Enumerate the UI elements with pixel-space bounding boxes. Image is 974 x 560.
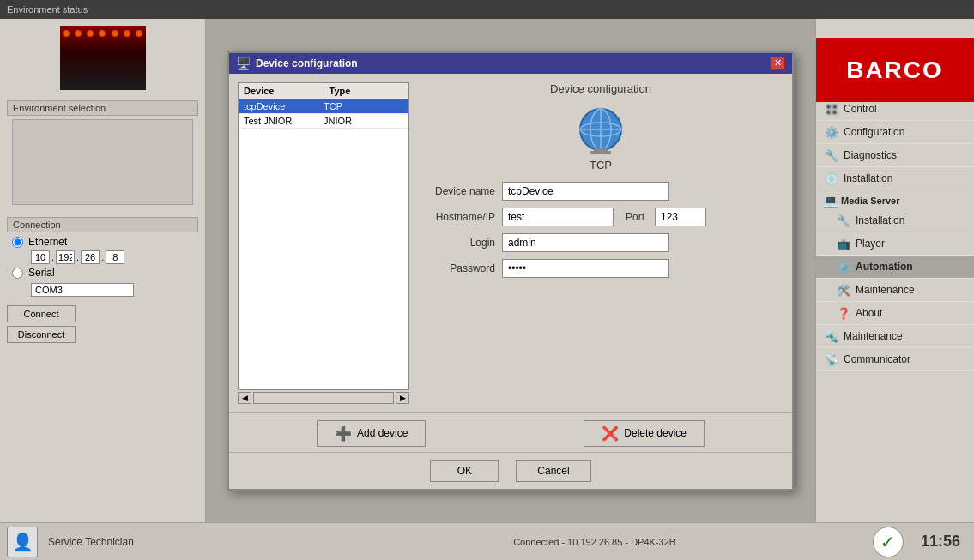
stage-lights bbox=[60, 30, 146, 37]
env-status-section bbox=[0, 19, 205, 97]
device-configuration-dialog: 🖥️ Device configuration ✕ Device Type tc… bbox=[227, 51, 794, 491]
sidebar-item-ms-about[interactable]: ❓ About bbox=[816, 302, 974, 325]
ethernet-label: Ethernet bbox=[28, 236, 67, 248]
hostname-row: Hostname/IP Port bbox=[418, 208, 783, 226]
add-icon: ➕ bbox=[335, 425, 352, 442]
device-row-tcp[interactable]: tcpDevice TCP bbox=[239, 99, 408, 114]
ms-installation-label: Installation bbox=[856, 214, 904, 226]
dialog-close-button[interactable]: ✕ bbox=[770, 57, 785, 70]
device-name-jnior: Test JNIOR bbox=[244, 116, 324, 126]
installation-icon: 💿 bbox=[825, 172, 838, 185]
dialog-icon: 🖥️ bbox=[236, 57, 251, 70]
ip-octet-1[interactable] bbox=[31, 250, 50, 264]
ip-dot-3: . bbox=[101, 252, 104, 262]
ip-dot-2: . bbox=[76, 252, 79, 262]
ethernet-radio[interactable] bbox=[12, 237, 23, 248]
sidebar-item-diagnostics[interactable]: 🔧 Diagnostics bbox=[816, 144, 974, 167]
cancel-button[interactable]: Cancel bbox=[516, 460, 590, 482]
dialog-titlebar: 🖥️ Device configuration ✕ bbox=[229, 53, 792, 74]
sidebar-item-communicator[interactable]: 📡 Communicator bbox=[816, 348, 974, 371]
env-selection-list[interactable] bbox=[12, 119, 193, 205]
ms-player-label: Player bbox=[856, 238, 885, 250]
device-name-row: Device name bbox=[418, 182, 783, 201]
disconnect-button[interactable]: Disconnect bbox=[7, 326, 76, 343]
ms-maintenance-icon: 🛠️ bbox=[837, 283, 850, 297]
sidebar-item-maintenance[interactable]: 🔩 Maintenance bbox=[816, 325, 974, 348]
ip-octet-2[interactable] bbox=[56, 250, 75, 264]
col-device: Device bbox=[239, 83, 324, 99]
ip-inputs: . . . bbox=[31, 250, 193, 264]
media-server-label: Media Server bbox=[841, 196, 899, 206]
device-list-body[interactable]: tcpDevice TCP Test JNIOR JNIOR bbox=[238, 99, 409, 390]
ms-player-icon: 📺 bbox=[837, 237, 850, 250]
status-user-name: Service Technician bbox=[48, 536, 316, 548]
device-name-input[interactable] bbox=[502, 182, 669, 201]
env-selection-title: Environment selection bbox=[7, 100, 198, 116]
serial-label: Serial bbox=[28, 267, 55, 279]
ethernet-radio-row: Ethernet bbox=[12, 236, 193, 248]
control-icon: 🎛️ bbox=[825, 102, 838, 116]
ms-about-icon: ❓ bbox=[837, 306, 850, 320]
connection-buttons: Connect Disconnect bbox=[0, 302, 205, 346]
sidebar-item-ms-maintenance[interactable]: 🛠️ Maintenance bbox=[816, 279, 974, 302]
ip-octet-4[interactable] bbox=[106, 250, 124, 264]
device-name-label: Device name bbox=[418, 185, 495, 197]
sidebar-item-ms-player[interactable]: 📺 Player bbox=[816, 232, 974, 256]
stage-light bbox=[75, 30, 82, 37]
communicator-label: Communicator bbox=[844, 353, 910, 365]
delete-device-button[interactable]: ❌ Delete device bbox=[584, 420, 705, 447]
login-row: Login bbox=[418, 233, 783, 252]
device-scrollbar: ◀ ▶ bbox=[238, 392, 409, 404]
login-input[interactable] bbox=[502, 233, 669, 252]
status-bar: 👤 Service Technician Connected - 10.192.… bbox=[0, 522, 974, 560]
maintenance-icon: 🔩 bbox=[825, 329, 838, 343]
device-list-panel: Device Type tcpDevice TCP Test JNIOR JNI… bbox=[238, 82, 409, 404]
dialog-body: Device Type tcpDevice TCP Test JNIOR JNI… bbox=[229, 74, 792, 412]
diagnostics-icon: 🔧 bbox=[825, 148, 838, 162]
env-image bbox=[60, 26, 146, 90]
scroll-left-btn[interactable]: ◀ bbox=[238, 392, 251, 404]
top-bar-title: Environment status bbox=[7, 4, 88, 15]
media-server-icon: 💻 bbox=[823, 194, 838, 208]
sidebar-item-ms-installation[interactable]: 🔧 Installation bbox=[816, 209, 974, 232]
device-row-jnior[interactable]: Test JNIOR JNIOR bbox=[239, 114, 408, 129]
ok-button[interactable]: OK bbox=[430, 460, 499, 482]
scroll-right-btn[interactable]: ▶ bbox=[396, 392, 409, 404]
top-bar: Environment status bbox=[0, 0, 974, 19]
sidebar-item-configuration[interactable]: ⚙️ Configuration bbox=[816, 121, 974, 144]
ip-octet-3[interactable] bbox=[81, 250, 100, 264]
scroll-track[interactable] bbox=[253, 392, 394, 404]
connection-title: Connection bbox=[7, 217, 198, 232]
status-time: 11:56 bbox=[914, 529, 967, 554]
stage-light bbox=[87, 30, 94, 37]
serial-radio-row: Serial bbox=[12, 267, 193, 279]
installation-label: Installation bbox=[844, 172, 892, 184]
left-panel: Environment selection Connection Etherne… bbox=[0, 19, 206, 522]
hostname-input[interactable] bbox=[502, 208, 614, 226]
status-ok-icon: ✓ bbox=[873, 527, 904, 557]
add-device-button[interactable]: ➕ Add device bbox=[317, 420, 426, 447]
user-avatar: 👤 bbox=[7, 527, 38, 557]
ms-about-label: About bbox=[856, 307, 882, 319]
sidebar-item-installation[interactable]: 💿 Installation bbox=[816, 167, 974, 190]
hostname-label: Hostname/IP bbox=[418, 211, 495, 223]
configuration-icon: ⚙️ bbox=[825, 125, 838, 139]
port-input[interactable] bbox=[655, 208, 706, 226]
control-label: Control bbox=[844, 103, 877, 115]
barco-logo: BARCO bbox=[815, 38, 974, 102]
sidebar-item-ms-automation[interactable]: ⚙️ Automation bbox=[816, 256, 974, 279]
stage-light bbox=[63, 30, 70, 37]
password-input[interactable] bbox=[502, 259, 669, 278]
communicator-icon: 📡 bbox=[825, 352, 838, 366]
serial-radio[interactable] bbox=[12, 268, 23, 279]
config-panel-title: Device configuration bbox=[418, 82, 783, 95]
connect-button[interactable]: Connect bbox=[7, 305, 76, 322]
com-port-input[interactable] bbox=[31, 283, 134, 297]
configuration-label: Configuration bbox=[844, 126, 904, 138]
stage-light bbox=[136, 30, 142, 37]
tcp-globe-icon bbox=[575, 104, 626, 155]
ms-automation-label: Automation bbox=[856, 261, 913, 273]
dialog-bottom-buttons: OK Cancel bbox=[229, 452, 792, 489]
status-connection: Connected - 10.192.26.85 - DP4K-32B bbox=[326, 537, 862, 547]
device-config-panel: Device configuration TCP Device name bbox=[418, 82, 783, 404]
